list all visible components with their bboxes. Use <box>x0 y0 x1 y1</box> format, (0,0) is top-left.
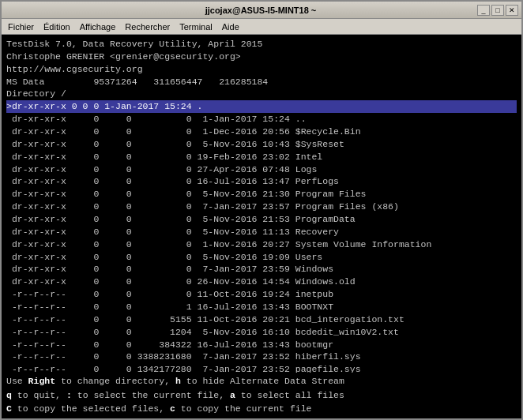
menu-aide[interactable]: Aide <box>217 21 244 33</box>
title-bar: jjcojax@ASUS-I5-MINT18 ~ _ □ ✕ <box>2 2 521 19</box>
main-window: jjcojax@ASUS-I5-MINT18 ~ _ □ ✕ Fichier É… <box>0 0 523 420</box>
menu-fichier[interactable]: Fichier <box>3 21 39 33</box>
footer-line-3: C to copy the selected files, c to copy … <box>6 402 517 415</box>
file-row-selected[interactable]: >dr-xr-xr-x 0 0 0 1-Jan-2017 15:24 . <box>6 100 517 113</box>
menu-terminal[interactable]: Terminal <box>175 21 217 33</box>
key-colon: : <box>66 390 72 400</box>
file-list: >dr-xr-xr-x 0 0 0 1-Jan-2017 15:24 . dr-… <box>6 100 517 373</box>
key-c: c <box>170 403 175 414</box>
maximize-button[interactable]: □ <box>491 5 504 16</box>
menu-rechercher[interactable]: Rechercher <box>120 21 175 33</box>
key-h: h <box>175 376 181 386</box>
menu-edition[interactable]: Édition <box>39 21 75 33</box>
minimize-button[interactable]: _ <box>477 5 490 16</box>
menu-affichage[interactable]: Affichage <box>75 21 121 33</box>
key-a: a <box>230 390 235 400</box>
file-rows: dr-xr-xr-x 0 0 0 1-Jan-2017 15:24 .. dr-… <box>6 113 517 373</box>
footer: Use Right to change directory, h to hide… <box>2 373 521 418</box>
terminal-header: TestDisk 7.0, Data Recovery Utility, Apr… <box>6 38 517 100</box>
terminal-content: TestDisk 7.0, Data Recovery Utility, Apr… <box>2 35 521 373</box>
key-q: q <box>6 390 12 400</box>
footer-line-2: q to quit, : to select the current file,… <box>6 388 517 402</box>
window-controls: _ □ ✕ <box>477 5 518 16</box>
footer-line-1: Use Right to change directory, h to hide… <box>6 374 517 388</box>
menu-bar: Fichier Édition Affichage Rechercher Ter… <box>2 19 521 35</box>
close-button[interactable]: ✕ <box>506 5 518 16</box>
key-C: C <box>6 403 12 414</box>
window-title: jjcojax@ASUS-I5-MINT18 ~ <box>44 6 477 15</box>
key-right: Right <box>28 376 56 386</box>
